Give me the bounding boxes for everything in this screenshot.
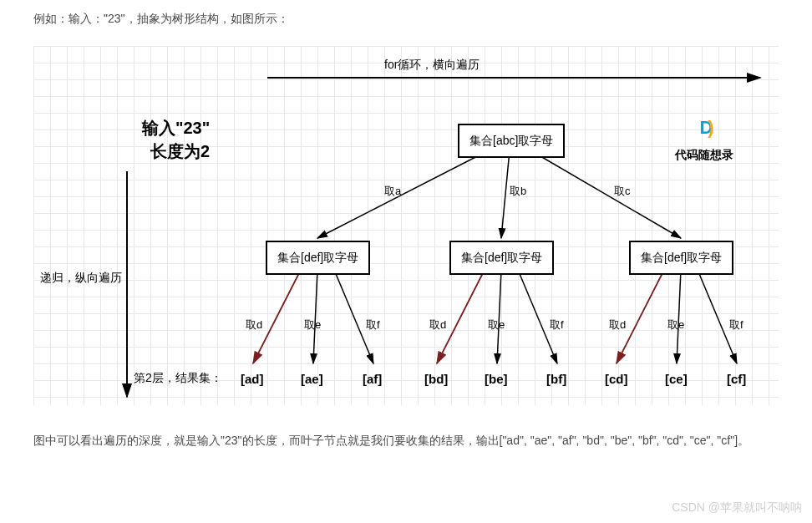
csdn-watermark: CSDN @苹果就叫不呐呐 [672,497,802,518]
logo-icon: D) [699,117,708,138]
input-title-line2: 长度为2 [150,136,210,166]
mid-node-3: 集合[def]取字母 [629,241,733,275]
brand-logo: D) 代码随想录 [675,111,733,165]
edge-f-2: 取f [550,315,564,334]
edge-a: 取a [384,181,401,201]
edge-d-2: 取d [429,315,446,334]
svg-line-3 [501,150,510,238]
edge-c: 取c [614,181,631,201]
edge-e-1: 取e [304,315,321,334]
leaf-bf: [bf] [546,368,566,390]
top-arrow-label: for循环，横向遍历 [384,54,480,75]
edge-b: 取b [510,181,526,201]
leaf-be: [be] [485,368,508,390]
brand-text: 代码随想录 [675,149,733,161]
leaf-af: [af] [363,368,382,390]
edge-e-2: 取e [488,315,505,334]
result-row-label: 第2层，结果集： [134,368,222,388]
edge-e-3: 取e [667,315,684,334]
mid-node-2: 集合[def]取字母 [449,241,554,275]
edge-d-3: 取d [609,315,626,334]
conclusion-text: 图中可以看出遍历的深度，就是输入"23"的长度，而叶子节点就是我们要收集的结果，… [33,430,779,451]
diagram-arrows [33,46,779,405]
svg-line-4 [530,150,681,238]
mid-node-1: 集合[def]取字母 [266,241,370,275]
edge-f-3: 取f [729,315,743,334]
leaf-ad: [ad] [241,368,264,390]
leaf-cf: [cf] [727,368,746,390]
svg-line-2 [317,150,489,238]
leaf-bd: [bd] [424,368,448,390]
leaf-ae: [ae] [301,368,323,390]
tree-diagram: for循环，横向遍历 输入"23" 长度为2 递归，纵向遍历 集合[abc]取字… [33,46,779,405]
root-node: 集合[abc]取字母 [458,124,565,158]
leaf-ce: [ce] [665,368,688,390]
edge-d-1: 取d [246,315,262,334]
leaf-cd: [cd] [605,368,628,390]
side-label: 递归，纵向遍历 [40,267,122,288]
intro-text: 例如：输入："23"，抽象为树形结构，如图所示： [33,8,779,29]
edge-f-1: 取f [366,315,380,334]
